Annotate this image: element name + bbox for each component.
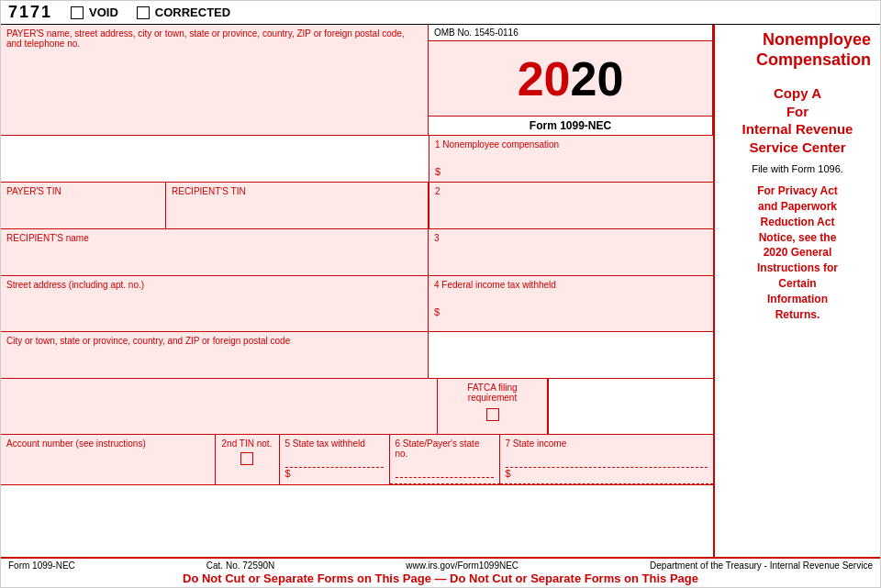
top-bar: 7171 VOID CORRECTED bbox=[1, 1, 880, 25]
tin-recipient: RECIPIENT'S TIN bbox=[166, 183, 429, 228]
form-wrapper: 7171 VOID CORRECTED PAYER'S name, street… bbox=[0, 0, 881, 588]
form-right: NonemployeeCompensation Copy AForInterna… bbox=[715, 25, 880, 557]
recipient-name-field: RECIPIENT'S name bbox=[1, 229, 429, 275]
state-payer-section: 6 State/Payer's state no. bbox=[390, 435, 500, 484]
fatca-label: FATCA filingrequirement bbox=[467, 383, 517, 403]
state-payer-label: 6 State/Payer's state no. bbox=[396, 438, 480, 459]
recipient-name-label: RECIPIENT'S name bbox=[6, 233, 89, 243]
footer-website: www.irs.gov/Form1099NEC bbox=[406, 560, 519, 571]
box1-label: 1 Nonemployee compensation bbox=[435, 139, 559, 150]
footer-form-label: Form 1099-NEC bbox=[8, 560, 75, 571]
account-number-field: Account number (see instructions) bbox=[1, 435, 216, 484]
row-recipient-name: RECIPIENT'S name 3 bbox=[1, 229, 713, 276]
corrected-label: CORRECTED bbox=[155, 6, 230, 19]
form-name: Form 1099-NEC bbox=[530, 119, 611, 132]
form-body: PAYER'S name, street address, city or to… bbox=[1, 25, 880, 557]
comp-left bbox=[1, 136, 429, 182]
box2-label: 2 bbox=[435, 186, 440, 196]
year-text: 2020 bbox=[518, 51, 624, 106]
city-field: City or town, state or province, country… bbox=[1, 332, 429, 378]
state-income-section: 7 State income $ bbox=[500, 435, 714, 484]
payer-label: PAYER'S name, street address, city or to… bbox=[6, 28, 405, 49]
box4-dollar: $ bbox=[434, 306, 708, 317]
state-tax-dollar: $ bbox=[285, 468, 291, 479]
box1-dollar: $ bbox=[435, 166, 708, 177]
city-right-empty bbox=[429, 332, 713, 378]
form-main: PAYER'S name, street address, city or to… bbox=[1, 25, 715, 557]
void-checkbox[interactable] bbox=[71, 6, 84, 19]
file-with-label: File with Form 1096. bbox=[724, 163, 871, 174]
state-tax-section: 5 State tax withheld $ bbox=[280, 435, 390, 484]
state-income-dollar: $ bbox=[506, 468, 511, 479]
tin-not-label: 2nd TIN not. bbox=[222, 438, 273, 449]
void-group: VOID bbox=[71, 6, 118, 19]
street-field: Street address (including apt. no.) bbox=[1, 276, 429, 331]
payer-tin-label: PAYER'S TIN bbox=[6, 186, 61, 196]
box1: 1 Nonemployee compensation $ bbox=[429, 136, 713, 182]
tin-payer: PAYER'S TIN bbox=[1, 183, 166, 228]
row-state: Account number (see instructions) 2nd TI… bbox=[1, 435, 713, 485]
state-tax-label: 5 State tax withheld bbox=[285, 438, 365, 449]
footer-department: Department of the Treasury - Internal Re… bbox=[650, 560, 873, 571]
box3: 3 bbox=[429, 229, 713, 275]
payer-box: PAYER'S name, street address, city or to… bbox=[1, 25, 429, 135]
form-title: NonemployeeCompensation bbox=[724, 30, 871, 70]
state-income-label: 7 State income bbox=[506, 438, 567, 449]
box4-label: 4 Federal income tax withheld bbox=[434, 280, 556, 290]
city-label: City or town, state or province, country… bbox=[6, 336, 290, 346]
fatca-section: FATCA filingrequirement bbox=[438, 379, 548, 434]
footer-bottom: Do Not Cut or Separate Forms on This Pag… bbox=[8, 571, 873, 585]
tin-not-checkbox[interactable] bbox=[240, 452, 253, 465]
recipient-tin-label: RECIPIENT'S TIN bbox=[172, 186, 246, 196]
year-display: 2020 bbox=[429, 41, 712, 116]
acct-section-empty bbox=[1, 379, 438, 434]
form-name-row: Form 1099-NEC bbox=[429, 116, 712, 135]
form-footer: Form 1099-NEC Cat. No. 72590N www.irs.go… bbox=[1, 557, 880, 587]
omb-row: OMB No. 1545-0116 bbox=[429, 25, 712, 41]
corrected-checkbox[interactable] bbox=[137, 6, 150, 19]
row-comp: 1 Nonemployee compensation $ bbox=[1, 136, 713, 183]
footer-cat: Cat. No. 72590N bbox=[206, 560, 275, 571]
box3-label: 3 bbox=[434, 233, 440, 243]
account-label: Account number (see instructions) bbox=[6, 438, 146, 449]
footer-top: Form 1099-NEC Cat. No. 72590N www.irs.go… bbox=[8, 560, 873, 571]
footer-bottom-text: Do Not Cut or Separate Forms on This Pag… bbox=[183, 571, 698, 585]
form-7171: 7171 bbox=[8, 3, 52, 22]
void-label: VOID bbox=[89, 6, 118, 19]
omb-year-box: OMB No. 1545-0116 2020 Form 1099-NEC bbox=[429, 25, 713, 135]
omb-label: OMB No. 1545-0116 bbox=[434, 28, 519, 38]
corrected-group: CORRECTED bbox=[137, 6, 230, 19]
fatca-checkbox[interactable] bbox=[486, 408, 499, 421]
box2: 2 bbox=[429, 183, 713, 228]
box4: 4 Federal income tax withheld $ bbox=[429, 276, 713, 331]
street-label: Street address (including apt. no.) bbox=[6, 280, 144, 290]
tin-not-section: 2nd TIN not. bbox=[216, 435, 280, 484]
copy-a-label: Copy AForInternal RevenueService Center bbox=[724, 84, 871, 156]
row-top: PAYER'S name, street address, city or to… bbox=[1, 25, 713, 136]
row-tin: PAYER'S TIN RECIPIENT'S TIN 2 bbox=[1, 183, 713, 229]
row-street: Street address (including apt. no.) 4 Fe… bbox=[1, 276, 713, 332]
row-city: City or town, state or province, country… bbox=[1, 332, 713, 379]
row-fatca-acct: FATCA filingrequirement bbox=[1, 379, 713, 435]
privacy-notice: For Privacy Actand PaperworkReduction Ac… bbox=[724, 183, 871, 322]
fatca-right-empty bbox=[548, 379, 713, 434]
